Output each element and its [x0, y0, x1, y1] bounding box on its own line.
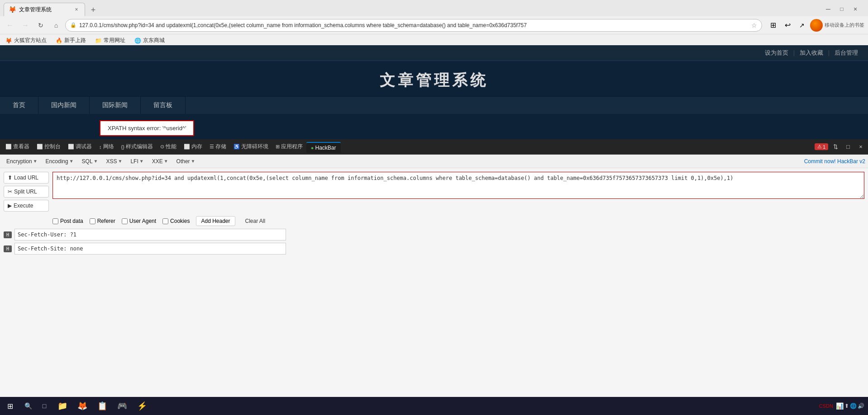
devtools-split-button[interactable]: ⇅ [830, 141, 841, 152]
reload-button[interactable]: ↻ [34, 19, 47, 32]
ext-button-1[interactable]: ⊞ [767, 19, 779, 32]
other-menu[interactable]: Other ▼ [173, 157, 199, 166]
taskbar-task-view[interactable]: □ [36, 398, 52, 414]
set-homepage-link[interactable]: 设为首页 [765, 49, 788, 57]
forward-button[interactable]: → [19, 19, 32, 32]
post-data-checkbox[interactable] [52, 218, 58, 224]
bookmark-jd[interactable]: 🌐 京东商城 [133, 36, 167, 45]
user-agent-checkbox[interactable] [122, 218, 128, 224]
cookies-label: Cookies [170, 218, 190, 224]
commit-now-button[interactable]: Commit now! HackBar v2 [804, 158, 865, 165]
header-input-2[interactable] [14, 243, 286, 255]
new-tab-button[interactable]: + [87, 4, 100, 16]
beginner-icon: 🔥 [56, 38, 62, 44]
taskbar-notes[interactable]: 📋 [92, 397, 112, 415]
ext-button-2[interactable]: ↩ [781, 19, 794, 32]
referer-checkbox[interactable] [90, 218, 95, 224]
nav-home[interactable]: 首页 [0, 97, 38, 114]
load-url-button[interactable]: ⬆ Load URL [4, 172, 49, 184]
maximize-button[interactable]: □ [836, 4, 847, 14]
devtools-tab-apps[interactable]: ⊞ 应用程序 [272, 141, 306, 152]
error-badge: ⚠ 1 [815, 143, 828, 150]
bookmark-beginner[interactable]: 🔥 新手上路 [54, 36, 88, 45]
tab-favicon: 🦊 [9, 6, 16, 13]
taskbar-speaker-icon[interactable]: 🔊 [858, 403, 864, 409]
devtools-tab-inspector[interactable]: ⬜ 查看器 [2, 141, 33, 152]
devtools-tab-memory[interactable]: ⬜ 内存 [180, 141, 206, 152]
lfi-menu[interactable]: LFI ▼ [127, 157, 147, 166]
taskbar-app-4[interactable]: 🎮 [112, 397, 132, 415]
taskbar-csdn-icon[interactable]: CSDN [817, 402, 835, 410]
xss-menu[interactable]: XSS ▼ [102, 157, 126, 166]
styles-icon: {} [121, 144, 124, 150]
cookies-checkbox-label[interactable]: Cookies [162, 218, 190, 224]
devtools-tab-accessibility[interactable]: ♿ 无障碍环境 [230, 141, 272, 152]
devtools-tab-performance[interactable]: ⊙ 性能 [157, 141, 180, 152]
error-count: 1 [823, 144, 825, 150]
devtools-tab-console[interactable]: ⬜ 控制台 [33, 141, 64, 152]
devtools-close-button[interactable]: × [855, 141, 866, 152]
encoding-menu[interactable]: Encoding ▼ [42, 157, 77, 166]
website-title-area: 文章管理系统 [0, 61, 868, 96]
bookmark-star-icon[interactable]: ☆ [751, 22, 757, 29]
mobile-bookmarks-button[interactable]: 移动设备上的书签 [825, 22, 864, 28]
taskbar-network-icon[interactable]: 🌐 [850, 403, 857, 409]
taskbar-file-explorer[interactable]: 📁 [52, 397, 72, 415]
ext-button-3[interactable]: ↗ [796, 19, 808, 32]
post-data-checkbox-label[interactable]: Post data [52, 218, 83, 224]
user-agent-checkbox-label[interactable]: User Agent [122, 218, 156, 224]
xpath-error-text: XPATH syntax error: '^userid^' [108, 125, 186, 132]
encryption-menu[interactable]: Encryption ▼ [3, 157, 41, 166]
admin-link[interactable]: 后台管理 [835, 49, 858, 57]
hackbar-url-input[interactable]: http://127.0.0.1/cms/show.php?id=34 and … [52, 172, 864, 199]
security-icon: 🔒 [70, 22, 76, 28]
home-button[interactable]: ⌂ [50, 19, 62, 32]
cookies-checkbox[interactable] [162, 218, 168, 224]
add-header-button[interactable]: Add Header [196, 216, 235, 226]
windows-taskbar: ⊞ 🔍 □ 📁 🦊 📋 🎮 ⚡ CSDN 📊 ⬆ 🌐 🔊 [0, 397, 868, 415]
close-window-button[interactable]: × [850, 4, 861, 14]
taskbar-search[interactable]: 🔍 [20, 398, 36, 414]
nav-bar: ← → ↻ ⌂ 🔒 127.0.0.1/cms/show.php?id=34 a… [0, 16, 868, 34]
devtools-panel: ⬜ 查看器 ⬜ 控制台 ⬜ 调试器 ↕ 网络 {} 样式编辑器 ⊙ 性能 [0, 139, 868, 397]
tab-close-button[interactable]: × [73, 6, 80, 13]
lfi-label: LFI [130, 158, 138, 165]
commit-label: Commit now! HackBar v2 [804, 158, 865, 165]
clear-all-button[interactable]: Clear All [242, 217, 269, 226]
devtools-tab-network[interactable]: ↕ 网络 [95, 141, 118, 152]
minimize-button[interactable]: ─ [823, 4, 834, 14]
error-x-icon: ⚠ [817, 144, 822, 150]
taskbar-chart-icon[interactable]: 📊 [836, 402, 844, 410]
referer-checkbox-label[interactable]: Referer [90, 218, 115, 224]
nav-international-news[interactable]: 国际新闻 [90, 97, 141, 114]
back-button[interactable]: ← [4, 19, 16, 32]
common-label: 常用网址 [104, 37, 125, 44]
encryption-label: Encryption [6, 158, 32, 165]
nav-guestbook[interactable]: 留言板 [141, 97, 186, 114]
nav-domestic-news[interactable]: 国内新闻 [38, 97, 90, 114]
header-input-1[interactable] [14, 229, 286, 241]
user-agent-label: User Agent [129, 218, 156, 224]
tab-title: 文章管理系统 [19, 6, 70, 14]
taskbar-firefox[interactable]: 🦊 [72, 397, 92, 415]
active-tab[interactable]: 🦊 文章管理系统 × [4, 3, 85, 16]
devtools-tab-styles[interactable]: {} 样式编辑器 [118, 141, 157, 152]
taskbar-up-icon[interactable]: ⬆ [844, 403, 849, 409]
split-url-button[interactable]: ✂ Split URL [4, 186, 49, 198]
taskbar-app-5[interactable]: ⚡ [132, 397, 152, 415]
bookmark-common[interactable]: 📁 常用网址 [93, 36, 127, 45]
xxe-arrow-icon: ▼ [164, 159, 168, 164]
devtools-tab-debugger[interactable]: ⬜ 调试器 [64, 141, 95, 152]
bookmark-foxsite[interactable]: 🦊 火狐官方站点 [4, 36, 48, 45]
devtools-tab-storage[interactable]: ☰ 存储 [206, 141, 230, 152]
devtools-dock-button[interactable]: □ [843, 141, 854, 152]
firefox-account-icon[interactable] [810, 19, 823, 32]
sql-menu[interactable]: SQL ▼ [78, 157, 102, 166]
xxe-menu[interactable]: XXE ▼ [148, 157, 172, 166]
add-bookmark-link[interactable]: 加入收藏 [800, 49, 823, 57]
add-header-label: Add Header [201, 218, 230, 224]
devtools-tab-hackbar[interactable]: ● HackBar [306, 142, 341, 153]
execute-button[interactable]: ▶ Execute [4, 200, 49, 212]
start-button[interactable]: ⊞ [0, 397, 20, 415]
address-url[interactable]: 127.0.0.1/cms/show.php?id=34 and updatex… [79, 22, 749, 28]
